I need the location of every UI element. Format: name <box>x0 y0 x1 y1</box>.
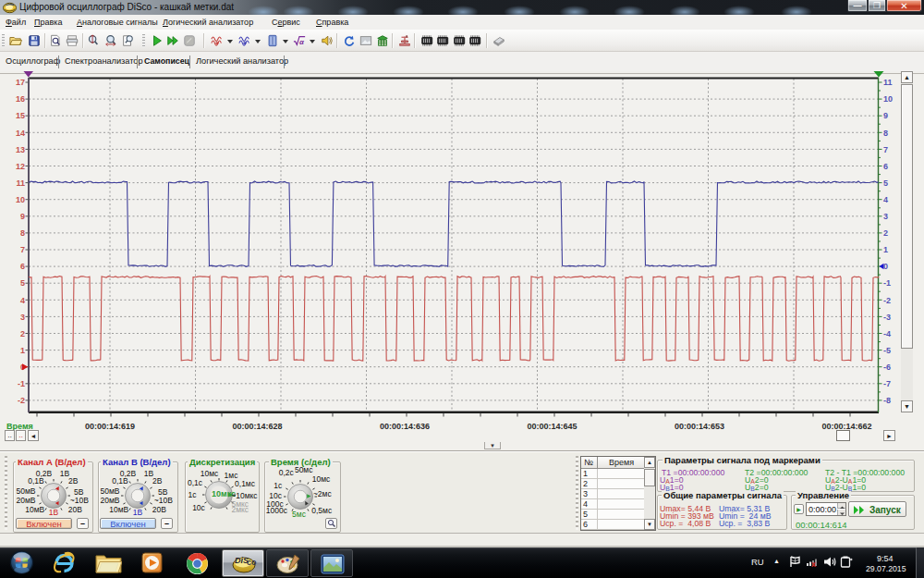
svg-text:-7: -7 <box>883 379 891 388</box>
svg-text:7: 7 <box>20 245 25 254</box>
svg-text:2: 2 <box>20 329 25 338</box>
svg-text:00:00:14:628: 00:00:14:628 <box>232 422 282 431</box>
svg-text:0: 0 <box>883 262 888 271</box>
svg-text:-4: -4 <box>883 329 891 338</box>
svg-text:-5: -5 <box>883 346 891 355</box>
svg-text:8: 8 <box>883 129 888 138</box>
svg-text:1: 1 <box>20 346 25 355</box>
svg-text:2: 2 <box>883 228 888 238</box>
svg-text:10: 10 <box>883 94 893 104</box>
svg-text:9: 9 <box>20 212 25 221</box>
svg-text:-2: -2 <box>883 296 891 305</box>
svg-text:-6: -6 <box>883 363 891 372</box>
svg-text:7: 7 <box>883 145 888 154</box>
svg-text:-1: -1 <box>883 278 891 288</box>
svg-text:6: 6 <box>20 262 25 271</box>
svg-text:14: 14 <box>16 129 25 138</box>
svg-text:12: 12 <box>16 162 25 171</box>
svg-text:4: 4 <box>20 296 25 305</box>
svg-text:17: 17 <box>16 78 25 87</box>
svg-text:5: 5 <box>20 278 25 288</box>
svg-text:x: x <box>811 560 816 568</box>
svg-text:8: 8 <box>20 228 25 238</box>
svg-text:00:00:14:645: 00:00:14:645 <box>527 422 577 431</box>
svg-text:9: 9 <box>883 111 888 120</box>
svg-text:00:00:14:653: 00:00:14:653 <box>675 422 724 431</box>
svg-text:1: 1 <box>883 245 888 254</box>
svg-text:6: 6 <box>883 162 888 171</box>
svg-text:co: co <box>247 558 257 567</box>
svg-text:-8: -8 <box>883 396 891 405</box>
svg-text:α: α <box>299 38 305 46</box>
svg-text:5: 5 <box>883 178 888 188</box>
svg-text:10: 10 <box>16 195 25 204</box>
svg-text:00:00:14:636: 00:00:14:636 <box>380 422 430 431</box>
svg-text:3: 3 <box>20 313 25 322</box>
svg-text:4: 4 <box>883 195 888 204</box>
svg-text:-3: -3 <box>883 313 891 322</box>
svg-text:-1: -1 <box>18 379 25 388</box>
svg-text:11: 11 <box>883 78 893 87</box>
svg-text:3: 3 <box>883 212 888 221</box>
svg-text:15: 15 <box>16 111 25 120</box>
svg-text:13: 13 <box>16 145 25 154</box>
svg-text:11: 11 <box>16 178 25 188</box>
svg-text:-2: -2 <box>18 396 25 405</box>
svg-text:16: 16 <box>16 94 25 104</box>
svg-text:00:00:14:619: 00:00:14:619 <box>85 422 135 431</box>
